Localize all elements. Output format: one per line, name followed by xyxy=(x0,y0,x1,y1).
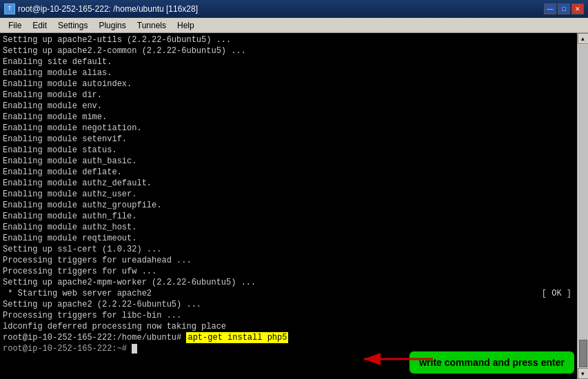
terminal-line: Enabling module deflate. xyxy=(3,167,574,178)
terminal-line: Processing triggers for libc-bin ... xyxy=(3,310,574,321)
terminal-line: Enabling module setenvif. xyxy=(3,134,574,145)
terminal-line: Enabling module authz_default. xyxy=(3,178,574,189)
terminal-line: Enabling module alias. xyxy=(3,68,574,79)
terminal-container: Setting up apache2-utils (2.2.22-6ubuntu… xyxy=(0,33,588,379)
window-controls: — □ ✕ xyxy=(544,3,584,14)
terminal-line: Enabling module negotiation. xyxy=(3,123,574,134)
terminal-line: Enabling module authz_user. xyxy=(3,189,574,200)
menu-item-file[interactable]: File xyxy=(3,19,27,32)
terminal-line: Enabling module autoindex. xyxy=(3,79,574,90)
title-bar-left: T root@ip-10-252-165-222: /home/ubuntu [… xyxy=(4,3,198,14)
terminal-line: Setting up apache2 (2.2.22-6ubuntu5) ... xyxy=(3,299,574,310)
scroll-track[interactable] xyxy=(578,45,588,367)
close-button[interactable]: ✕ xyxy=(571,3,584,14)
command-prompt-line: root@ip-10-252-165-222:/home/ubuntu# apt… xyxy=(3,332,574,343)
terminal-line: Enabling module auth_basic. xyxy=(3,156,574,167)
menu-bar: FileEditSettingsPluginsTunnelsHelp xyxy=(0,18,588,33)
menu-item-settings[interactable]: Settings xyxy=(52,19,93,32)
title-bar: T root@ip-10-252-165-222: /home/ubuntu [… xyxy=(0,0,588,18)
command-text[interactable]: apt-get install php5 xyxy=(186,332,288,343)
terminal-line: Enabling module env. xyxy=(3,101,574,112)
terminal-line: Enabling site default. xyxy=(3,57,574,68)
menu-item-tunnels[interactable]: Tunnels xyxy=(132,19,172,32)
maximize-button[interactable]: □ xyxy=(558,3,570,14)
terminal-line: Enabling module authn_file. xyxy=(3,211,574,222)
terminal-line: Setting up apache2.2-common (2.2.22-6ubu… xyxy=(3,45,574,57)
scrollbar[interactable]: ▲ ▼ xyxy=(577,33,588,379)
terminal-line: Processing triggers for ureadahead ... xyxy=(3,255,574,266)
scroll-thumb[interactable] xyxy=(579,340,587,367)
terminal-line: Enabling module status. xyxy=(3,145,574,156)
terminal-line: Setting up apache2-mpm-worker (2.2.22-6u… xyxy=(3,277,574,288)
terminal-line: Enabling module authz_host. xyxy=(3,222,574,233)
menu-item-plugins[interactable]: Plugins xyxy=(93,19,131,32)
title-text: root@ip-10-252-165-222: /home/ubuntu [11… xyxy=(18,4,198,14)
menu-item-help[interactable]: Help xyxy=(172,19,200,32)
prompt-text: root@ip-10-252-165-222:/home/ubuntu# xyxy=(3,332,186,343)
terminal-line: Enabling module mime. xyxy=(3,112,574,123)
terminal-line: Enabling module dir. xyxy=(3,90,574,101)
terminal-line: ldconfig deferred processing now taking … xyxy=(3,321,574,332)
menu-item-edit[interactable]: Edit xyxy=(27,19,52,32)
annotation-text: write command and press enter xyxy=(419,357,565,368)
annotation-bubble: write command and press enter xyxy=(409,351,574,373)
minimize-button[interactable]: — xyxy=(544,3,556,14)
terminal-line: * Starting web server apache2[ OK ] xyxy=(3,288,574,299)
terminal-line: Enabling module authz_groupfile. xyxy=(3,200,574,211)
terminal-line: Setting up apache2-utils (2.2.22-6ubuntu… xyxy=(3,34,574,45)
scroll-down-arrow[interactable]: ▼ xyxy=(578,368,589,379)
terminal-output[interactable]: Setting up apache2-utils (2.2.22-6ubuntu… xyxy=(0,33,577,379)
scroll-up-arrow[interactable]: ▲ xyxy=(578,33,589,44)
app-icon: T xyxy=(4,3,15,14)
terminal-line: Setting up ssl-cert (1.0.32) ... xyxy=(3,244,574,255)
app-icon-text: T xyxy=(8,6,11,12)
terminal-line: Processing triggers for ufw ... xyxy=(3,266,574,277)
terminal-line: Enabling module reqtimeout. xyxy=(3,233,574,244)
cursor xyxy=(132,344,137,354)
